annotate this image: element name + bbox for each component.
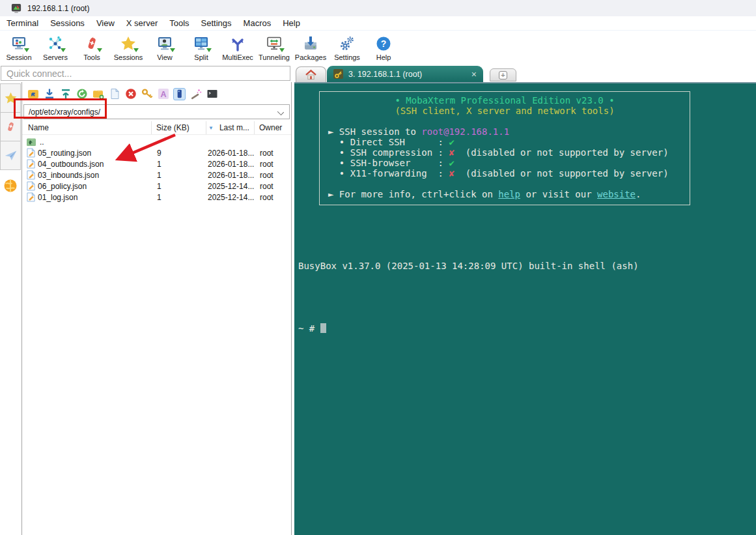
sort-descending-icon: ▼: [208, 125, 214, 131]
wand-button[interactable]: [189, 88, 202, 100]
menu-settings[interactable]: Settings: [195, 17, 238, 29]
multiexec-button[interactable]: MultiExec: [219, 31, 256, 61]
terminal-sync-button[interactable]: [206, 88, 218, 100]
tunneling-button[interactable]: Tunneling: [256, 31, 292, 61]
json-file-icon: [27, 181, 35, 191]
menu-x-server[interactable]: X server: [120, 17, 163, 29]
file-row-04-outbounds[interactable]: 04_outbounds.json 1 2026-01-18... root: [22, 158, 291, 169]
check-icon: ✔: [449, 137, 454, 147]
tab-home[interactable]: [296, 66, 326, 82]
banner-subtitle: (SSH client, X server and network tools): [320, 106, 690, 116]
sftp-path-value: /opt/etc/xray/configs/: [29, 108, 100, 117]
menu-bar: Terminal Sessions View X server Tools Se…: [0, 16, 756, 31]
encoding-button[interactable]: A: [157, 88, 169, 100]
menu-view[interactable]: View: [91, 17, 120, 29]
ssh-session-line: ► SSH session to root@192.168.1.1: [320, 126, 690, 137]
sftp-path-input[interactable]: /opt/etc/xray/configs/: [23, 104, 290, 119]
folder-up-icon: [26, 137, 36, 147]
dropdown-arrow-icon: [170, 48, 175, 52]
mobaxterm-window: 192.168.1.1 (root) Terminal Sessions Vie…: [0, 0, 756, 535]
json-file-icon: [27, 192, 35, 202]
sidebar-tab-tools[interactable]: [0, 112, 21, 141]
chevron-down-icon[interactable]: [277, 109, 284, 115]
new-tab-button[interactable]: +: [490, 68, 516, 81]
column-header-name[interactable]: Name: [22, 121, 152, 134]
dropdown-arrow-icon: [97, 48, 102, 52]
column-header-modified[interactable]: ▼ Last m...: [206, 121, 255, 134]
permissions-key-button[interactable]: [141, 88, 153, 100]
menu-macros[interactable]: Macros: [238, 17, 277, 29]
json-file-icon: [27, 170, 35, 180]
settings-button[interactable]: Settings: [329, 31, 365, 61]
shell-prompt: ~ #: [298, 323, 639, 334]
multiexec-icon: [229, 35, 246, 52]
sidebar-globe[interactable]: [0, 175, 21, 197]
servers-button[interactable]: Servers: [37, 31, 74, 61]
menu-tools[interactable]: Tools: [163, 17, 195, 29]
file-row-01-log[interactable]: 01_log.json 1 2025-12-14... root: [22, 192, 291, 203]
column-header-size[interactable]: Size (KB): [152, 121, 206, 134]
sessions-button[interactable]: Sessions: [110, 31, 147, 61]
file-list: .. 05_routing.json 9 2026-01-18... root …: [22, 136, 291, 203]
new-folder-button[interactable]: [92, 88, 104, 100]
menu-terminal[interactable]: Terminal: [1, 17, 44, 29]
check-icon: ✔: [449, 158, 454, 168]
terminal-banner-box: • MobaXterm Professional Edition v23.0 •…: [319, 91, 690, 205]
packages-button[interactable]: Packages: [292, 31, 329, 61]
parent-directory-row[interactable]: ..: [22, 136, 291, 147]
swiss-knife-icon: [4, 120, 18, 134]
dropdown-arrow-icon: [279, 48, 285, 52]
file-list-header: Name Size (KB) ▼ Last m... Owner: [22, 121, 291, 135]
dropdown-arrow-icon: [61, 48, 66, 52]
split-button[interactable]: Split: [183, 31, 219, 61]
svg-text:A: A: [160, 90, 166, 99]
paper-plane-icon: [4, 149, 18, 162]
go-up-folder-button[interactable]: [27, 88, 39, 100]
session-target: root@192.168.1.1: [421, 126, 509, 137]
banner-title: • MobaXterm Professional Edition v23.0 •: [320, 95, 690, 106]
session-button[interactable]: Session: [1, 31, 37, 61]
help-button[interactable]: ? Help: [365, 31, 402, 61]
terminal-tab-bar: 3. 192.168.1.1 (root) × +: [294, 65, 756, 82]
packages-icon: [302, 35, 319, 52]
tab-session-label: 3. 192.168.1.1 (root): [348, 70, 422, 79]
svg-text:?: ?: [381, 38, 387, 49]
title-bar: 192.168.1.1 (root): [0, 0, 756, 16]
menu-sessions[interactable]: Sessions: [44, 17, 91, 29]
star-icon: [4, 91, 18, 105]
help-link[interactable]: help: [498, 189, 520, 199]
file-row-06-policy[interactable]: 06_policy.json 1 2025-12-14... root: [22, 181, 291, 192]
cross-icon: ✘: [449, 168, 454, 179]
column-header-owner[interactable]: Owner: [255, 121, 291, 134]
json-file-icon: [27, 148, 35, 158]
plus-icon: +: [499, 71, 507, 80]
terminal-pane[interactable]: • MobaXterm Professional Edition v23.0 •…: [294, 82, 756, 535]
main-toolbar: Session Servers Tools Sessions: [0, 31, 756, 65]
dropdown-arrow-icon: [206, 48, 212, 52]
follow-terminal-folder-toggle[interactable]: [173, 88, 186, 100]
website-link[interactable]: website: [597, 189, 636, 199]
gear-icon: [339, 35, 356, 52]
file-row-05-routing[interactable]: 05_routing.json 9 2026-01-18... root: [22, 147, 291, 158]
ssh-key-icon: [333, 69, 343, 79]
status-x11-forwarding: • X11-forwarding : ✘ (disabled or not su…: [320, 168, 690, 179]
upload-button[interactable]: [59, 88, 72, 100]
menu-help[interactable]: Help: [277, 17, 306, 29]
refresh-button[interactable]: [76, 88, 88, 100]
delete-button[interactable]: [124, 88, 137, 100]
tools-button[interactable]: Tools: [74, 31, 110, 61]
quick-connect-input[interactable]: [1, 66, 290, 81]
tab-close-icon[interactable]: ×: [471, 70, 477, 79]
tab-session-active[interactable]: 3. 192.168.1.1 (root) ×: [327, 66, 483, 82]
home-icon: [305, 69, 317, 80]
sidebar-tab-sessions[interactable]: [0, 83, 21, 113]
terminal-cursor: [320, 323, 326, 333]
view-button[interactable]: View: [147, 31, 183, 61]
sidebar-tab-macros[interactable]: [0, 141, 21, 170]
download-button[interactable]: [43, 88, 55, 100]
new-file-button[interactable]: [108, 88, 120, 100]
sidebar-strip: [0, 82, 21, 535]
file-row-03-inbounds[interactable]: 03_inbounds.json 1 2026-01-18... root: [22, 169, 291, 181]
dropdown-arrow-icon: [133, 48, 139, 52]
status-ssh-compression: • SSH compression : ✘ (disabled or not s…: [320, 147, 690, 158]
